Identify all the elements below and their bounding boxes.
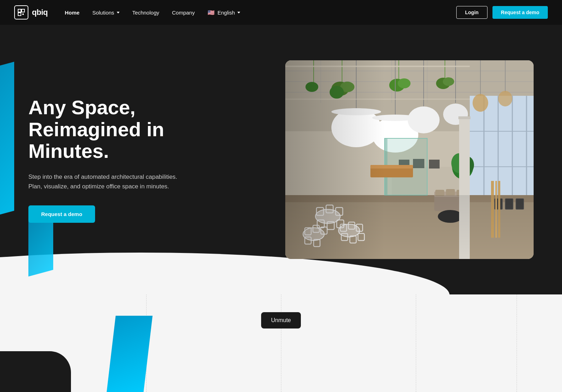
dashed-lines	[0, 294, 562, 392]
hero-title: Any Space, Reimagined in Minutes.	[28, 96, 206, 162]
svg-rect-2	[18, 13, 21, 16]
unmute-button[interactable]: Unmute	[261, 312, 301, 328]
request-demo-button-hero[interactable]: Request a demo	[28, 205, 95, 223]
nav-links: Home Solutions Technology Company 🇺🇸 Eng…	[65, 9, 240, 16]
nav-item-solutions[interactable]: Solutions	[92, 10, 120, 16]
hero-content: Any Space, Reimagined in Minutes. Step i…	[0, 60, 562, 259]
navbar-left: qbiq Home Solutions Technology Company 🇺…	[14, 5, 240, 20]
flag-icon: 🇺🇸	[208, 9, 215, 16]
hero-subtitle: Step into the era of automated architect…	[28, 172, 177, 191]
hero-text: Any Space, Reimagined in Minutes. Step i…	[28, 96, 206, 223]
svg-rect-98	[285, 195, 534, 259]
hero-image-container	[234, 60, 534, 259]
dashed-line-4	[517, 294, 517, 392]
hero-wrapper: Any Space, Reimagined in Minutes. Step i…	[0, 25, 562, 392]
nav-link-home[interactable]: Home	[65, 10, 79, 16]
dashed-line-2	[281, 294, 281, 392]
nav-link-solutions[interactable]: Solutions	[92, 10, 120, 16]
bottom-dark-curve	[0, 351, 71, 392]
hero-section: Any Space, Reimagined in Minutes. Step i…	[0, 25, 562, 294]
login-button[interactable]: Login	[456, 6, 487, 19]
request-demo-button-nav[interactable]: Request a demo	[492, 6, 548, 19]
nav-link-company[interactable]: Company	[172, 10, 195, 16]
logo[interactable]: qbiq	[14, 5, 48, 20]
logo-icon	[14, 5, 28, 20]
chevron-down-icon	[117, 12, 120, 13]
nav-item-technology[interactable]: Technology	[132, 10, 159, 16]
svg-rect-3	[22, 13, 24, 15]
office-scene-svg	[285, 60, 534, 259]
navbar-right: Login Request a demo	[456, 6, 548, 19]
navbar: qbiq Home Solutions Technology Company 🇺…	[0, 0, 562, 25]
nav-link-language[interactable]: 🇺🇸 English	[208, 9, 240, 16]
nav-item-company[interactable]: Company	[172, 10, 195, 16]
bottom-section: Unmute	[0, 294, 562, 392]
nav-item-language[interactable]: 🇺🇸 English	[208, 9, 240, 16]
chevron-down-icon	[237, 12, 240, 13]
bottom-blue-shape	[106, 316, 153, 392]
svg-rect-1	[22, 9, 24, 12]
nav-link-technology[interactable]: Technology	[132, 10, 159, 16]
nav-item-home[interactable]: Home	[65, 10, 79, 16]
dashed-line-3	[416, 294, 416, 392]
brand-name: qbiq	[32, 8, 48, 17]
svg-rect-0	[18, 9, 21, 12]
hero-image	[285, 60, 534, 259]
